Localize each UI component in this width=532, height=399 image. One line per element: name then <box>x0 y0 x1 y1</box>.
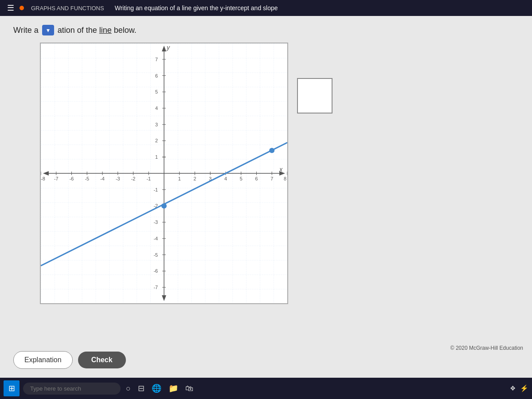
check-button[interactable]: Check <box>78 352 126 368</box>
svg-text:7: 7 <box>155 57 158 62</box>
taskbar-search-input[interactable] <box>23 383 121 395</box>
svg-text:6: 6 <box>155 73 158 78</box>
taskbar-folder-icon[interactable]: 📁 <box>168 383 178 393</box>
svg-text:4: 4 <box>155 106 158 111</box>
answer-box[interactable] <box>297 78 332 113</box>
taskbar-store-icon[interactable]: 🛍 <box>185 384 193 393</box>
svg-text:-5: -5 <box>153 252 158 258</box>
taskbar-edge-icon[interactable]: 🌐 <box>152 383 161 393</box>
ation-label: ation of the line below. <box>58 26 137 35</box>
svg-text:8: 8 <box>284 176 286 181</box>
taskbar-task-view-icon[interactable]: ⊟ <box>138 383 145 393</box>
svg-text:-6: -6 <box>153 268 158 274</box>
below-label: below. <box>114 26 137 35</box>
dropdown-chevron: ▾ <box>47 27 50 34</box>
svg-text:x: x <box>279 166 283 173</box>
hamburger-icon[interactable]: ☰ <box>7 3 14 13</box>
taskbar-cortana-icon[interactable]: ○ <box>126 384 131 393</box>
instruction-row: Write a ▾ ation of the line below. <box>13 25 519 35</box>
svg-text:2: 2 <box>155 138 158 144</box>
svg-text:6: 6 <box>255 176 258 181</box>
svg-text:5: 5 <box>155 89 158 94</box>
graph-answer-row: y x 1 2 3 4 5 6 7 <box>13 43 519 342</box>
copyright-text: © 2020 McGraw-Hill Education <box>450 345 523 351</box>
svg-point-73 <box>269 148 274 153</box>
svg-point-72 <box>161 203 167 209</box>
svg-text:-8: -8 <box>41 176 45 181</box>
svg-text:-1: -1 <box>146 176 151 181</box>
svg-text:y: y <box>166 44 170 51</box>
svg-text:-5: -5 <box>85 176 89 181</box>
svg-text:-3: -3 <box>153 219 158 225</box>
svg-text:-2: -2 <box>131 176 136 181</box>
orange-dot <box>20 6 24 10</box>
svg-text:2: 2 <box>193 176 196 181</box>
buttons-row: Explanation Check <box>13 351 519 369</box>
graph-container: y x 1 2 3 4 5 6 7 <box>40 43 288 304</box>
taskbar-power-icon[interactable]: ⚡ <box>520 384 528 392</box>
svg-text:1: 1 <box>155 154 158 160</box>
taskbar-dropbox-icon[interactable]: ❖ <box>510 384 516 392</box>
taskbar: ⊞ ○ ⊟ 🌐 📁 🛍 ❖ ⚡ <box>0 378 532 399</box>
header-category: GRAPHS AND FUNCTIONS <box>31 5 104 12</box>
svg-text:-6: -6 <box>70 176 74 181</box>
svg-text:-7: -7 <box>153 285 158 290</box>
svg-text:1: 1 <box>178 176 181 181</box>
svg-text:-1: -1 <box>153 187 158 192</box>
line-word: line <box>99 26 112 35</box>
svg-text:5: 5 <box>240 176 243 181</box>
svg-text:7: 7 <box>270 176 273 181</box>
svg-text:-4: -4 <box>100 176 105 181</box>
header-bar: ☰ GRAPHS AND FUNCTIONS Writing an equati… <box>0 0 532 16</box>
start-button[interactable]: ⊞ <box>4 380 20 396</box>
svg-text:-4: -4 <box>153 236 158 241</box>
main-content: Write a ▾ ation of the line below. <box>0 16 532 378</box>
dropdown-button[interactable]: ▾ <box>42 25 54 35</box>
svg-text:-3: -3 <box>116 176 120 181</box>
coordinate-graph: y x 1 2 3 4 5 6 7 <box>41 43 287 303</box>
svg-text:4: 4 <box>224 176 227 181</box>
explanation-button[interactable]: Explanation <box>13 351 73 369</box>
svg-text:-7: -7 <box>54 176 59 181</box>
header-title: Writing an equation of a line given the … <box>115 4 278 12</box>
svg-text:3: 3 <box>155 122 158 127</box>
taskbar-right-icons: ❖ ⚡ <box>510 384 528 392</box>
write-label: Write a <box>13 26 39 35</box>
